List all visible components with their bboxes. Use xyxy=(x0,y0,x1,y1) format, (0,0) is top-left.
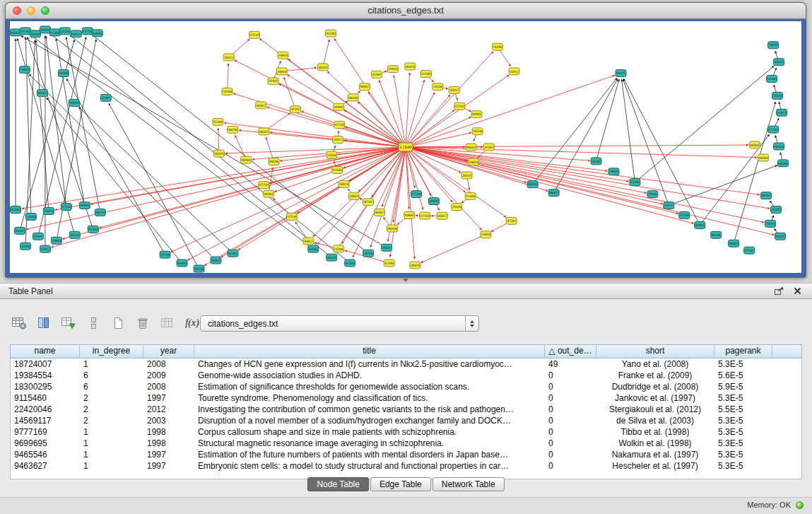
graph-node[interactable]: 14569117 xyxy=(223,54,234,61)
table-mode-icon[interactable] xyxy=(10,315,28,332)
graph-node[interactable]: 9777169 xyxy=(249,31,260,38)
graph-node[interactable]: 18724007 xyxy=(744,247,755,254)
graph-node[interactable]: 19384554 xyxy=(276,68,287,75)
graph-node[interactable]: 14569117 xyxy=(332,136,343,144)
graph-node[interactable]: 9465546 xyxy=(711,231,722,238)
graph-node[interactable]: 9463627 xyxy=(14,227,25,234)
graph-node[interactable]: 22420046 xyxy=(363,250,374,257)
graph-node[interactable]: 9465546 xyxy=(472,128,483,135)
graph-node[interactable]: 9463627 xyxy=(10,29,20,36)
graph-node[interactable]: 18300295 xyxy=(69,231,80,238)
graph-node[interactable]: 19384554 xyxy=(51,237,61,244)
graph-node[interactable]: 9777169 xyxy=(286,213,297,220)
function-builder-icon[interactable]: f(x) xyxy=(183,315,201,332)
graph-node[interactable]: 18300295 xyxy=(339,180,349,187)
graph-node[interactable]: 9699695 xyxy=(92,30,102,37)
graph-node[interactable]: 9115460 xyxy=(630,179,640,186)
graph-node[interactable]: 18724007 xyxy=(591,158,601,165)
memory-indicator[interactable] xyxy=(796,501,804,509)
graph-node[interactable]: 14569117 xyxy=(777,109,787,116)
graph-node[interactable]: 22420046 xyxy=(25,213,36,220)
graph-node[interactable]: 18724007 xyxy=(100,94,111,101)
graph-node[interactable]: 14569117 xyxy=(303,238,314,245)
graph-node[interactable]: 18724007 xyxy=(228,250,238,257)
graph-node[interactable]: 22420046 xyxy=(326,151,337,158)
network-canvas[interactable]: 1872400719384554183002959115460224200461… xyxy=(10,21,801,273)
graph-node[interactable]: 9777169 xyxy=(420,212,430,219)
graph-node[interactable]: 9699695 xyxy=(428,198,439,205)
graph-node[interactable]: 9115460 xyxy=(345,259,355,267)
graph-node[interactable]: 9465546 xyxy=(95,209,105,216)
network-graph[interactable]: 1872400719384554183002959115460224200461… xyxy=(10,21,801,273)
graph-node[interactable]: 14569117 xyxy=(437,212,447,219)
graph-node[interactable]: 9465546 xyxy=(228,126,238,133)
graph-node[interactable]: 9115460 xyxy=(332,167,343,174)
table-row[interactable]: 969969511998Structural magnetic resonanc… xyxy=(11,438,801,449)
graph-node[interactable]: 14569117 xyxy=(509,68,519,75)
graph-node[interactable]: 9463627 xyxy=(256,102,266,109)
graph-node[interactable]: 9777169 xyxy=(411,191,421,198)
graph-node[interactable]: 9463627 xyxy=(37,89,47,96)
graph-node[interactable]: 18300295 xyxy=(40,26,50,33)
graph-node[interactable]: 18300295 xyxy=(461,172,472,179)
column-header-out-de[interactable]: △ out_de… xyxy=(545,345,596,358)
graph-node[interactable]: 18724007 xyxy=(363,199,374,206)
graph-node[interactable]: 19384554 xyxy=(481,231,491,238)
graph-node[interactable]: 9699695 xyxy=(471,111,482,118)
graph-node[interactable]: 9465546 xyxy=(778,160,789,167)
graph-node[interactable]: 9463627 xyxy=(375,209,385,216)
graph-node[interactable]: 9777169 xyxy=(768,126,779,133)
graph-node[interactable]: 9699695 xyxy=(241,156,252,163)
graph-node[interactable]: 22420046 xyxy=(647,191,658,198)
graph-node[interactable]: 18724007 xyxy=(506,217,517,224)
graph-node[interactable]: 22420046 xyxy=(433,83,443,90)
graph-node[interactable]: 9465546 xyxy=(527,181,538,188)
graph-node[interactable]: 18300295 xyxy=(410,262,420,269)
column-header-short[interactable]: short xyxy=(596,345,714,358)
tab-network-table[interactable]: Network Table xyxy=(433,477,505,491)
graph-node[interactable]: 19384554 xyxy=(30,30,40,37)
graph-node[interactable]: 18724007 xyxy=(771,206,782,214)
graph-node[interactable]: 9115460 xyxy=(49,29,60,36)
graph-node[interactable]: 17240 xyxy=(399,143,413,151)
graph-node[interactable]: 9115460 xyxy=(384,259,394,267)
graph-node[interactable]: 9699695 xyxy=(334,103,344,110)
graph-node[interactable]: 9115460 xyxy=(326,30,336,37)
graph-node[interactable]: 19384554 xyxy=(348,192,359,199)
graph-node[interactable]: 9463627 xyxy=(359,83,370,90)
delete-icon[interactable] xyxy=(134,315,152,332)
graph-node[interactable]: 14569117 xyxy=(40,245,50,252)
column-header-in-degree[interactable]: in_degree xyxy=(80,345,143,358)
graph-node[interactable]: 9699695 xyxy=(79,202,90,209)
graph-node[interactable]: 18724007 xyxy=(33,233,43,240)
create-column-icon[interactable] xyxy=(59,315,78,332)
graph-node[interactable]: 9699695 xyxy=(177,259,187,267)
graph-node[interactable]: 18300295 xyxy=(69,99,79,106)
graph-node[interactable]: 19384554 xyxy=(308,245,319,252)
graph-node[interactable]: 9463627 xyxy=(729,240,739,247)
graph-node[interactable]: 19384554 xyxy=(387,66,398,73)
tab-edge-table[interactable]: Edge Table xyxy=(370,477,431,491)
show-columns-icon[interactable] xyxy=(35,315,53,332)
graph-node[interactable]: 9465546 xyxy=(58,70,69,77)
table-row[interactable]: 911546021997Tourette syndrome. Phenomeno… xyxy=(11,392,801,404)
graph-node[interactable]: 9465546 xyxy=(387,225,398,232)
graph-node[interactable]: 9465546 xyxy=(348,94,358,101)
column-header-name[interactable]: name xyxy=(11,345,80,358)
graph-node[interactable]: 18724007 xyxy=(483,144,494,151)
graph-node[interactable]: 9699695 xyxy=(695,221,705,228)
table-row[interactable]: 1830029562008Estimation of significance … xyxy=(11,381,801,392)
column-header-title[interactable]: title xyxy=(194,345,545,358)
graph-node[interactable]: 14569117 xyxy=(43,208,54,215)
graph-node[interactable]: 22420046 xyxy=(20,243,30,250)
graph-node[interactable]: 9463627 xyxy=(211,257,221,264)
tab-node-table[interactable]: Node Table xyxy=(307,477,369,491)
network-select-dropdown[interactable]: citations_edges.txt xyxy=(200,315,479,332)
graph-node[interactable]: 14569117 xyxy=(71,30,81,37)
graph-node[interactable]: 9463627 xyxy=(466,144,476,151)
import-table-icon[interactable] xyxy=(158,315,177,332)
graph-node[interactable]: 9777169 xyxy=(334,122,345,129)
graph-node[interactable]: 9115460 xyxy=(88,226,98,233)
column-header-pagerank[interactable]: pagerank xyxy=(714,345,772,358)
graph-node[interactable]: 9777169 xyxy=(61,204,71,211)
